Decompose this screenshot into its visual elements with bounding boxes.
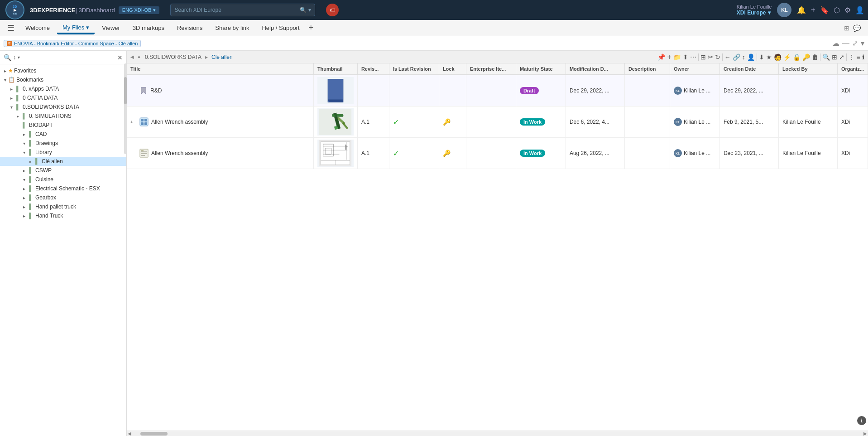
sidebar-item-simulations[interactable]: ▸ ▐ 0. SIMULATIONS [0, 111, 126, 121]
search-icon[interactable]: 🔍 [300, 7, 307, 13]
solidworks-expand-icon[interactable]: ▾ [8, 105, 14, 110]
sidebar-item-cle-allen[interactable]: ▸ ▐ Clé allen [0, 157, 126, 166]
tools-icon[interactable]: ⚙ [844, 6, 851, 15]
menu-markups[interactable]: 3D markups [127, 22, 170, 34]
more-icon[interactable]: ⋮ [849, 53, 855, 61]
menu-viewer[interactable]: Viewer [96, 22, 125, 34]
table-row[interactable]: R&D [127, 75, 868, 107]
key2-icon[interactable]: 🔑 [802, 53, 810, 61]
sidebar-item-catia[interactable]: ▸ ▐ 0 CATIA DATA [0, 93, 126, 102]
library-expand-icon[interactable]: ▾ [21, 150, 27, 155]
chat-icon[interactable]: 💬 [853, 24, 861, 32]
sidebar-search-icon[interactable]: 🔍 [4, 54, 11, 61]
sidebar-item-electrical[interactable]: ▸ ▐ Electrical Schematic - ESX [0, 184, 126, 193]
account-icon[interactable]: 👤 [855, 6, 864, 15]
star-toolbar-icon[interactable]: ★ [766, 53, 772, 61]
grid-view-icon[interactable]: ⊞ [832, 53, 837, 61]
user-company[interactable]: XDI Europe ▾ [737, 10, 772, 16]
hamburger-icon[interactable]: ☰ [7, 23, 14, 33]
notifications-icon[interactable]: 🔔 [797, 6, 806, 15]
minimize-icon[interactable]: — [842, 39, 849, 48]
allen1-expand-icon[interactable]: + [130, 120, 137, 125]
electrical-expand-icon[interactable]: ▸ [21, 186, 27, 191]
sidebar-sort-chevron[interactable]: ▾ [18, 55, 20, 60]
share-icon[interactable]: ⬡ [834, 6, 840, 15]
cloud-icon[interactable]: ☁ [832, 39, 839, 48]
app-logo[interactable]: 3D ▶ V.R [4, 0, 26, 20]
link-icon[interactable]: 🔗 [733, 53, 740, 61]
xapps-expand-icon[interactable]: ▸ [8, 87, 14, 92]
sidebar-item-bookmarks[interactable]: ▾ 📋 Bookmarks [0, 75, 126, 84]
cswp-expand-icon[interactable]: ▸ [21, 168, 27, 173]
handpallet-expand-icon[interactable]: ▸ [21, 204, 27, 209]
copy-icon[interactable]: ⊞ [700, 53, 706, 61]
expand2-icon[interactable]: ⤢ [839, 53, 844, 61]
table-row[interactable]: + Allen Wrench assembly [127, 107, 868, 138]
menu-help[interactable]: Help / Support [256, 22, 305, 34]
cad-expand-icon[interactable]: ▸ [21, 132, 27, 137]
handtruck-expand-icon[interactable]: ▸ [21, 213, 27, 218]
screen-icon[interactable]: ⊞ [844, 24, 849, 32]
bottom-scrollbar[interactable]: ◀ ▶ [127, 431, 868, 436]
pin-icon[interactable]: 📌 [657, 53, 665, 61]
menu-welcome[interactable]: Welcome [20, 22, 55, 34]
scroll-right-icon[interactable]: ▶ [863, 431, 867, 436]
trash-icon[interactable]: 🗑 [812, 53, 818, 61]
bookmarks-expand-icon[interactable]: ▾ [2, 78, 8, 82]
move-icon[interactable]: ↕ [742, 53, 745, 61]
drawings-expand-icon[interactable]: ▾ [21, 141, 27, 146]
sidebar-sort-icon[interactable]: ↕ [13, 54, 16, 61]
cleallen-expand-icon[interactable]: ▸ [27, 159, 34, 164]
sidebar-item-cuisine[interactable]: ▾ ▐ Cuisine [0, 175, 126, 184]
menu-sharebylink[interactable]: Share by link [210, 22, 254, 34]
lock-icon[interactable]: 🔒 [793, 53, 801, 61]
sidebar-item-xapps[interactable]: ▸ ▐ 0. xApps DATA [0, 84, 126, 93]
menu-revisions[interactable]: Revisions [172, 22, 208, 34]
cuisine-expand-icon[interactable]: ▾ [21, 177, 27, 182]
add-folder-icon[interactable]: 📁 [673, 53, 681, 61]
sidebar-item-handpallet[interactable]: ▸ ▐ Hand pallet truck [0, 202, 126, 211]
table-row[interactable]: Allen Wrench assembly [127, 138, 868, 169]
back-icon[interactable]: ← [724, 53, 731, 61]
scroll-thumb[interactable] [140, 432, 168, 436]
upload-icon[interactable]: ⬆ [683, 53, 688, 61]
expand-icon[interactable]: ▾ [861, 39, 864, 48]
workspace-badge[interactable]: ENG XDI-OB ▾ [119, 6, 160, 14]
simulations-expand-icon[interactable]: ▸ [14, 114, 21, 119]
sidebar-item-library[interactable]: ▾ ▐ Library [0, 148, 126, 157]
person-icon[interactable]: 🧑 [774, 53, 782, 61]
favorites-expand-icon[interactable]: ▸ [2, 68, 8, 73]
user-add-icon[interactable]: 👤 [747, 53, 755, 61]
search-input[interactable] [174, 7, 300, 13]
menu-add-icon[interactable]: + [309, 23, 314, 33]
tag-button[interactable]: 🏷 [326, 4, 339, 16]
sidebar-item-gearbox[interactable]: ▸ ▐ Gearbox [0, 193, 126, 202]
search-chevron-icon[interactable]: ▾ [308, 7, 311, 13]
menu-myfiles[interactable]: My Files ▾ [57, 21, 95, 34]
avatar[interactable]: KL [777, 3, 791, 17]
bc-solidworks-label[interactable]: 0.SOLIDWORKS DATA [145, 54, 201, 60]
sidebar-item-biodapt[interactable]: ▸ ▐ BIODAPT [0, 121, 126, 130]
maximize-icon[interactable]: ⤢ [852, 39, 858, 48]
myfiles-chevron-icon[interactable]: ▾ [86, 24, 89, 31]
catia-expand-icon[interactable]: ▸ [8, 96, 14, 101]
info2-icon[interactable]: ℹ [862, 53, 864, 61]
scroll-left-icon[interactable]: ◀ [128, 431, 131, 436]
sidebar-item-drawings[interactable]: ▾ ▐ Drawings [0, 139, 126, 148]
sidebar-item-solidworks[interactable]: ▾ ▐ 0.SOLIDWORKS DATA [0, 102, 126, 111]
download-icon[interactable]: ⬇ [759, 53, 764, 61]
filter-icon[interactable]: ⚡ [783, 53, 791, 61]
sidebar-item-favorites[interactable]: ▸ ★ Favorites [0, 66, 126, 75]
search-main-icon[interactable]: 🔍 [822, 53, 830, 61]
cut-icon[interactable]: ✂ [708, 53, 713, 61]
sidebar-close-icon[interactable]: ✕ [117, 54, 123, 61]
sidebar-item-cswp[interactable]: ▸ ▐ CSWP [0, 166, 126, 175]
bc-cleallen-label[interactable]: Clé allen [211, 54, 233, 60]
add-item-icon[interactable]: + [667, 53, 671, 61]
list-view-icon[interactable]: ≡ [857, 53, 860, 61]
bc-back-icon[interactable]: ◀ [130, 54, 134, 59]
gearbox-expand-icon[interactable]: ▸ [21, 195, 27, 200]
refresh-icon[interactable]: ↻ [715, 53, 720, 61]
plus-icon[interactable]: + [810, 5, 815, 15]
sidebar-item-handtruck[interactable]: ▸ ▐ Hand Truck [0, 211, 126, 220]
